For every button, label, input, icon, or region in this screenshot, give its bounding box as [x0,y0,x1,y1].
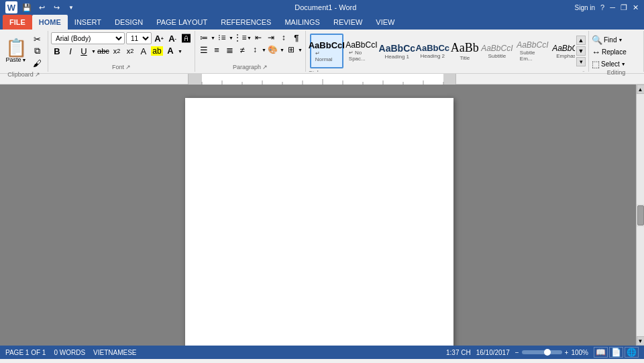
paste-icon: 📋 [5,39,27,56]
paste-dropdown-icon[interactable]: ▼ [22,58,27,62]
borders-dropdown[interactable]: ▼ [298,48,303,52]
underline-btn[interactable]: U [78,46,90,56]
font-dialog-launcher[interactable]: ↗ [125,64,131,70]
style-title-label: Title [460,55,470,61]
read-mode-btn[interactable]: 📖 [594,347,608,358]
styles-dialog-launcher[interactable]: ↗ [580,70,586,72]
select-btn[interactable]: ⬚ Select ▼ [592,59,627,69]
style-normal[interactable]: AaBbCcI ↵ Normal [310,34,343,68]
find-dropdown[interactable]: ▼ [618,38,623,42]
restore-btn[interactable]: ❐ [621,3,627,12]
format-painter-button[interactable]: 🖌 [31,58,43,68]
justify-btn[interactable]: ≠ [236,44,248,55]
scroll-thumb[interactable] [637,205,644,225]
font-color-dropdown[interactable]: ▼ [178,49,182,54]
clear-format-btn[interactable]: 🅰 [180,33,192,44]
text-highlight-btn[interactable]: ab [151,46,163,56]
line-spacing-dropdown[interactable]: ▼ [262,48,266,52]
tab-mailings[interactable]: MAILINGS [278,15,327,30]
scroll-up-btn[interactable]: ▲ [637,85,645,94]
style-heading1[interactable]: AaBbCc Heading 1 [380,34,415,68]
tab-home[interactable]: HOME [32,15,68,30]
styles-scroll-down[interactable]: ▼ [576,46,586,56]
strikethrough-btn[interactable]: abc [97,46,109,56]
align-center-btn[interactable]: ≡ [211,44,223,55]
print-layout-btn[interactable]: 📄 [609,347,623,358]
cut-button[interactable]: ✂ [31,34,43,44]
decrease-indent-btn[interactable]: ⇤ [252,32,264,43]
language[interactable]: VIETNAMESE [93,349,136,356]
scroll-down-btn[interactable]: ▼ [637,336,645,346]
multilevel-btn[interactable]: ⋮≡ [234,32,246,43]
font-size-select[interactable]: 11 [126,32,152,44]
document-scroll-area[interactable] [3,85,636,346]
shading-btn[interactable]: 🎨 [267,44,279,55]
tab-design[interactable]: DESIGN [108,15,150,30]
clipboard-dialog-launcher[interactable]: ↗ [35,71,40,78]
zoom-slider[interactable] [522,350,562,354]
decrease-font-btn[interactable]: A- [166,33,178,44]
style-no-spacing[interactable]: AaBbCcI ↵ No Spac... [344,34,379,68]
numbering-dropdown[interactable]: ▼ [229,36,233,40]
underline-dropdown[interactable]: ▼ [91,49,96,54]
line-spacing-btn[interactable]: ↕ [249,44,261,55]
align-left-btn[interactable]: ☰ [198,44,210,55]
copy-button[interactable]: ⧉ [31,46,43,56]
style-emphasis[interactable]: AaBbCcI Emphasis [551,34,575,68]
italic-btn[interactable]: I [64,46,76,56]
style-heading2-preview: AaBbCc [416,43,450,53]
document-page[interactable] [185,98,453,346]
sort-btn[interactable]: ↕ [278,32,290,43]
select-dropdown[interactable]: ▼ [621,62,626,66]
title-bar: W 💾 ↩ ↪ ▼ Document1 - Word Sign in ? ─ ❐… [0,0,644,15]
tab-review[interactable]: REVIEW [327,15,369,30]
increase-font-btn[interactable]: A+ [153,33,165,44]
tab-file[interactable]: FILE [3,15,32,30]
user-signin[interactable]: Sign in [575,4,596,11]
increase-indent-btn[interactable]: ⇥ [265,32,277,43]
zoom-in-btn[interactable]: + [565,349,569,356]
bullets-dropdown[interactable]: ▼ [211,36,215,40]
tab-insert[interactable]: INSERT [68,15,108,30]
zoom-thumb[interactable] [544,349,551,356]
paste-button[interactable]: 📋 Paste ▼ [4,38,28,64]
web-layout-btn[interactable]: 🌐 [625,347,639,358]
tab-view[interactable]: VIEW [369,15,401,30]
styles-expand[interactable]: ▾ [576,57,586,66]
subscript-btn[interactable]: x2 [111,46,123,56]
multilevel-dropdown[interactable]: ▼ [247,36,252,40]
style-subtitle[interactable]: AaBbCcI Subtitle [480,34,515,68]
borders-btn[interactable]: ⊞ [285,44,297,55]
undo-quick-btn[interactable]: ↩ [36,2,47,13]
bold-btn[interactable]: B [51,46,63,56]
replace-btn[interactable]: ↔ Replace [592,47,627,57]
font-color-btn[interactable]: A [164,46,176,56]
font-name-select[interactable]: Arial (Body) [51,32,125,44]
styles-scroll-up[interactable]: ▲ [576,36,586,45]
window-controls: Sign in ? ─ ❐ ✕ [575,3,639,12]
style-heading2[interactable]: AaBbCc Heading 2 [415,34,450,68]
style-subtle-emphasis[interactable]: AaBbCcI Subtle Em... [515,34,550,68]
shading-dropdown[interactable]: ▼ [280,48,284,52]
align-right-btn[interactable]: ≣ [223,44,235,55]
style-title[interactable]: AaBb Title [451,34,479,68]
minimize-btn[interactable]: ─ [610,3,615,11]
vertical-scrollbar[interactable]: ▲ ▼ [636,85,644,346]
numbering-btn[interactable]: ⁝≡ [216,32,228,43]
redo-quick-btn[interactable]: ↪ [51,2,62,13]
ruler-svg [189,74,455,85]
help-btn[interactable]: ? [600,3,604,11]
bullets-btn[interactable]: ≔ [198,32,210,43]
find-btn[interactable]: 🔍 Find ▼ [592,35,627,45]
superscript-btn[interactable]: x2 [124,46,136,56]
word-logo: W [5,1,17,13]
show-marks-btn[interactable]: ¶ [290,32,303,43]
paragraph-dialog-launcher[interactable]: ↗ [262,64,268,70]
tab-page-layout[interactable]: PAGE LAYOUT [150,15,214,30]
text-effects-btn[interactable]: A [138,46,150,56]
save-quick-btn[interactable]: 💾 [21,2,32,13]
tab-references[interactable]: REFERENCES [214,15,278,30]
customize-quick-btn[interactable]: ▼ [66,2,76,13]
zoom-out-btn[interactable]: − [515,349,519,356]
close-btn[interactable]: ✕ [633,3,639,12]
